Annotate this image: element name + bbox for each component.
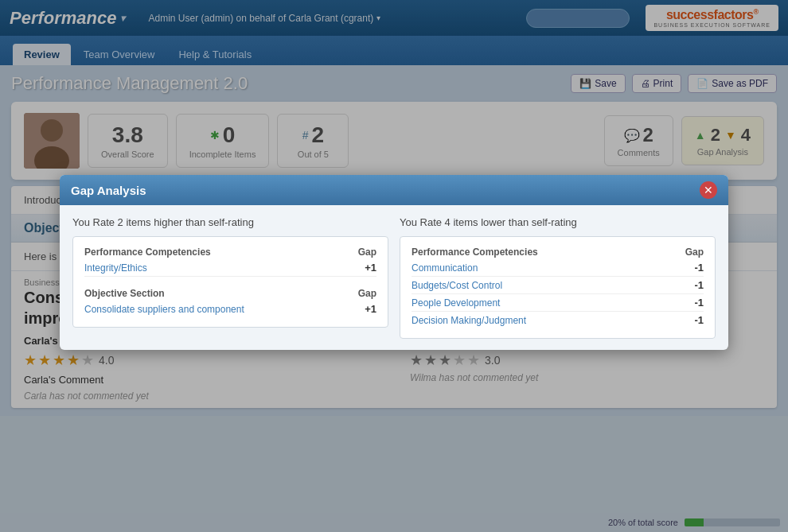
gap-modal-header: Gap Analysis ✕ — [60, 175, 728, 205]
gap-right-val-2: -1 — [694, 279, 704, 291]
gap-left-section2-gap-header: Gap — [358, 288, 376, 299]
gap-left-section1-header: Performance Competencies Gap — [84, 247, 376, 258]
gap-right-header-gap: Gap — [685, 247, 704, 258]
gap-left-subtitle: You Rate 2 items higher than self-rating — [72, 216, 388, 228]
gap-right-row-4: Decision Making/Judgment -1 — [412, 312, 704, 328]
gap-right-val-3: -1 — [694, 297, 704, 309]
gap-right-link-4[interactable]: Decision Making/Judgment — [412, 315, 526, 326]
gap-right-header-row: Performance Competencies Gap — [412, 247, 704, 258]
gap-right-section: You Rate 4 items lower than self-rating … — [400, 216, 716, 339]
gap-right-link-3[interactable]: People Development — [412, 297, 500, 309]
gap-modal-title: Gap Analysis — [71, 184, 146, 197]
gap-right-link-2[interactable]: Budgets/Cost Control — [412, 280, 502, 291]
gap-right-row-3: People Development -1 — [412, 294, 704, 312]
gap-modal-columns: You Rate 2 items higher than self-rating… — [72, 216, 716, 339]
gap-left-section2-header: Objective Section Gap — [84, 288, 376, 299]
gap-left-link-2[interactable]: Consolidate suppliers and component — [84, 304, 244, 315]
gap-right-row-1: Communication -1 — [412, 259, 704, 277]
gap-left-val-2: +1 — [365, 303, 376, 315]
gap-left-row-2: Consolidate suppliers and component +1 — [84, 301, 376, 317]
gap-modal: Gap Analysis ✕ You Rate 2 items higher t… — [60, 175, 728, 350]
gap-left-section: You Rate 2 items higher than self-rating… — [72, 216, 388, 339]
gap-left-val-1: +1 — [365, 262, 376, 274]
gap-left-row-1: Integrity/Ethics +1 — [84, 259, 376, 277]
modal-overlay[interactable]: Gap Analysis ✕ You Rate 2 items higher t… — [0, 0, 788, 532]
gap-right-header-label: Performance Competencies — [412, 247, 538, 258]
gap-right-val-1: -1 — [694, 262, 704, 274]
gap-right-row-2: Budgets/Cost Control -1 — [412, 277, 704, 294]
gap-right-subtitle: You Rate 4 items lower than self-rating — [400, 216, 716, 228]
gap-left-header-gap: Gap — [358, 247, 376, 258]
gap-left-column: Performance Competencies Gap Integrity/E… — [72, 236, 388, 328]
gap-modal-body: You Rate 2 items higher than self-rating… — [60, 205, 728, 350]
gap-left-link-1[interactable]: Integrity/Ethics — [84, 262, 147, 274]
gap-right-link-1[interactable]: Communication — [412, 262, 478, 274]
gap-right-val-4: -1 — [694, 314, 704, 326]
gap-left-header-label: Performance Competencies — [84, 247, 211, 258]
gap-left-section2-label: Objective Section — [84, 288, 165, 299]
gap-right-column: Performance Competencies Gap Communicati… — [400, 236, 716, 339]
gap-modal-close-button[interactable]: ✕ — [700, 181, 717, 199]
